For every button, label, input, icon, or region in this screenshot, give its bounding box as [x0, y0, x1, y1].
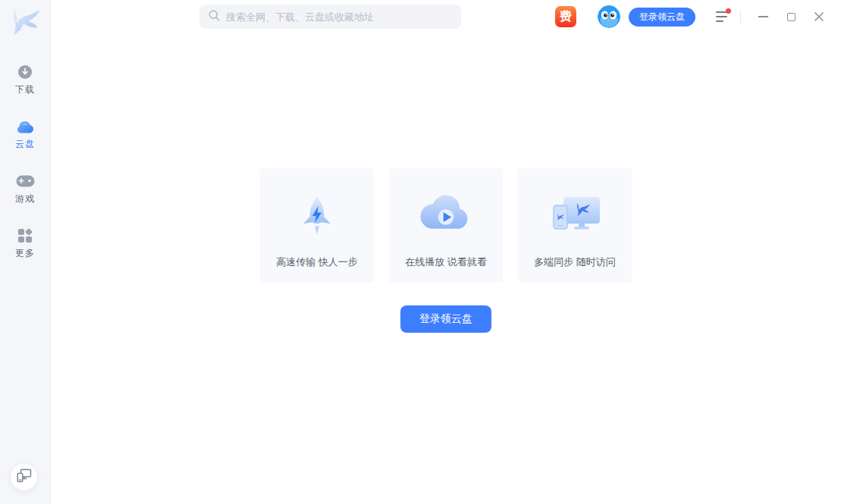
titlebar-right: 费 登录领云盘 [555, 0, 841, 33]
minimize-icon [758, 16, 768, 17]
search-icon [209, 10, 220, 24]
feature-card-play: 在线播放 说看就看 [389, 168, 503, 283]
login-pill-button[interactable]: 登录领云盘 [629, 8, 695, 27]
maximize-button[interactable] [785, 11, 797, 23]
cloud-icon [16, 119, 34, 134]
minimize-button[interactable] [757, 11, 769, 23]
gamepad-icon [16, 174, 35, 189]
sidebar-item-games[interactable]: 游戏 [0, 174, 50, 205]
sidebar-item-label: 游戏 [15, 193, 35, 205]
main-area: 费 登录领云盘 [51, 0, 841, 504]
user-avatar[interactable] [598, 5, 620, 28]
sidebar: 下载 云盘 [0, 0, 51, 504]
main-menu-icon[interactable] [716, 11, 730, 23]
app-window: 下载 云盘 [0, 0, 841, 504]
devices-sync-icon [518, 193, 632, 236]
search-bar[interactable] [199, 5, 461, 29]
more-grid-icon [17, 228, 33, 243]
sidebar-nav: 下载 云盘 [0, 64, 50, 260]
sidebar-item-label: 云盘 [15, 138, 35, 151]
sidebar-item-label: 下载 [15, 83, 35, 96]
feature-card-sync: 多端同步 随时访问 [518, 168, 632, 283]
sidebar-item-download[interactable]: 下载 [0, 64, 50, 96]
close-button[interactable] [813, 11, 825, 23]
feature-card-speed: 高速传输 快人一步 [260, 168, 374, 283]
titlebar-separator [740, 11, 741, 23]
fee-promo-icon[interactable]: 费 [555, 6, 576, 27]
connect-device-button[interactable] [10, 463, 38, 491]
rocket-icon [260, 193, 374, 239]
feature-label: 多端同步 随时访问 [518, 255, 632, 269]
feature-label: 在线播放 说看就看 [389, 255, 503, 269]
cloud-play-icon [389, 193, 503, 233]
close-icon [814, 11, 824, 22]
sidebar-item-clouddrive[interactable]: 云盘 [0, 119, 50, 151]
feature-cards: 高速传输 快人一步 在线播放 说看就看 [260, 168, 632, 283]
sidebar-item-label: 更多 [15, 247, 35, 260]
maximize-icon [787, 13, 795, 21]
notification-dot [726, 8, 731, 14]
search-input[interactable] [226, 11, 452, 23]
phone-monitor-icon [17, 468, 32, 486]
login-cta-button[interactable]: 登录领云盘 [400, 305, 491, 333]
download-icon [17, 64, 33, 80]
sidebar-item-more[interactable]: 更多 [0, 228, 50, 260]
thunder-logo-icon [7, 5, 43, 41]
feature-label: 高速传输 快人一步 [260, 255, 374, 269]
